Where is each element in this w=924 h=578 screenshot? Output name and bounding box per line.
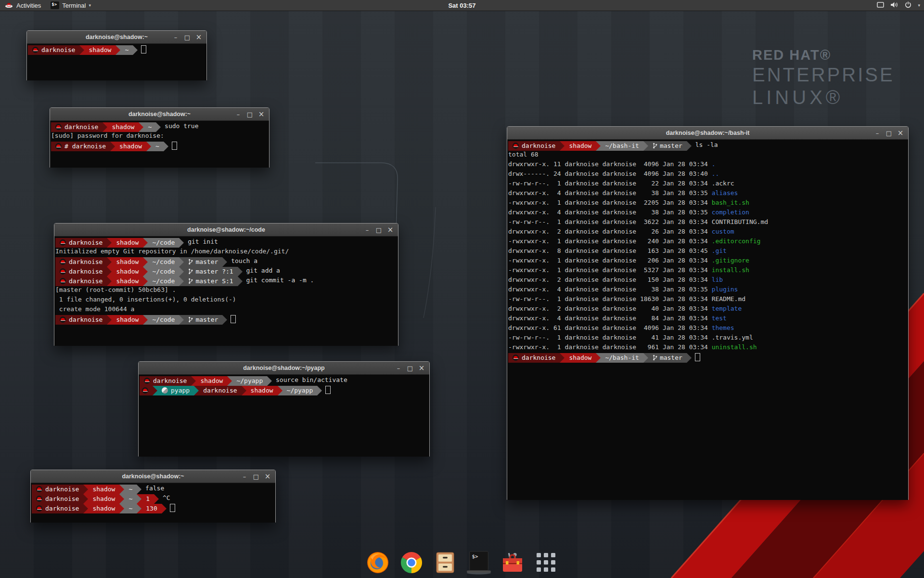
command-text: ^C [159, 494, 170, 501]
prompt-segment-text: shadow [116, 239, 139, 246]
window-titlebar[interactable]: darknoise@shadow:~/bash-it–□× [507, 127, 908, 140]
window-titlebar[interactable]: darknoise@shadow:~–□× [50, 108, 269, 121]
prompt-segment-text: shadow [89, 46, 111, 53]
prompt-segment-text: ~/code [152, 316, 175, 323]
powerline-arrow-icon [179, 276, 184, 286]
redhat-prompt-icon [60, 268, 66, 275]
powerline-arrow-icon [179, 315, 184, 325]
volume-icon[interactable] [890, 1, 898, 10]
minimize-button[interactable]: – [394, 363, 403, 373]
maximize-button[interactable]: □ [182, 32, 192, 42]
close-button[interactable]: × [194, 32, 204, 42]
powerline-arrow-icon [143, 267, 148, 276]
file-name: .editorconfig [712, 237, 761, 245]
close-button[interactable]: × [263, 472, 272, 481]
prompt-segment: ~ [120, 45, 133, 55]
powerline-arrow-icon [238, 267, 243, 276]
firefox-icon[interactable] [365, 549, 391, 576]
close-button[interactable]: × [896, 128, 905, 138]
powerline-arrow-icon [137, 485, 141, 494]
command-text: sudo true [161, 122, 198, 130]
maximize-button[interactable]: □ [374, 225, 384, 235]
terminal-line: drwx------. 24 darknoise darknoise 4096 … [508, 170, 907, 180]
terminal-line: -rw-rw-r--. 1 darknoise darknoise 18630 … [508, 295, 907, 305]
prompt-segment: ~ [124, 504, 137, 513]
powerline-arrow-icon [107, 238, 112, 248]
activities-button[interactable]: Activities [0, 0, 46, 11]
redhat-prompt-icon [513, 355, 519, 361]
close-button[interactable]: × [385, 225, 395, 235]
window-titlebar[interactable]: darknoise@shadow:~/pyapp–□× [139, 362, 429, 375]
window-titlebar[interactable]: darknoise@shadow:~/code–□× [54, 223, 398, 236]
powerline-arrow-icon [238, 276, 243, 286]
powerline-arrow-icon [83, 494, 88, 504]
prompt-segment-text: darknoise [41, 46, 75, 53]
terminal-content[interactable]: darknoiseshadow~ falsedarknoiseshadow~1 … [31, 483, 275, 523]
prompt-segment: ~ [124, 494, 137, 504]
maximize-button[interactable]: □ [245, 109, 255, 119]
prompt-segment: master ?:1 [184, 267, 237, 276]
file-meta: -rw-rw-r--. 1 darknoise darknoise 3622 J… [508, 218, 712, 225]
files-icon[interactable] [432, 549, 458, 576]
prompt-segment-text: master [195, 316, 218, 323]
terminal-content[interactable]: darknoiseshadow~/bash-itmaster ls -latot… [507, 140, 908, 500]
maximize-button[interactable]: □ [405, 363, 415, 373]
file-name: themes [712, 324, 734, 331]
prompt-segment: master S:1 [184, 276, 237, 286]
caret-down-icon[interactable]: ▾ [918, 3, 920, 8]
file-meta: drwxrwxr-x. 2 darknoise darknoise 150 Ja… [508, 276, 712, 283]
window-controls: –□× [362, 223, 395, 236]
file-name: .git [712, 247, 727, 254]
terminal-content[interactable]: darknoiseshadow~/code git initInitialize… [54, 236, 398, 346]
terminal-line: drwxrwxr-x. 4 darknoise darknoise 38 Jan… [508, 286, 907, 295]
screen-icon[interactable] [877, 2, 884, 9]
powerline-arrow-icon [119, 504, 124, 513]
powerline-arrow-icon [222, 315, 227, 325]
app-menu-button[interactable]: $> Terminal ▾ [46, 0, 96, 11]
svg-text:$>: $> [472, 553, 478, 559]
window-titlebar[interactable]: darknoise@shadow:~–□× [27, 31, 206, 44]
prompt-segment-text: ~ [128, 486, 132, 493]
minimize-button[interactable]: – [240, 472, 249, 481]
prompt-segment-text: shadow [251, 387, 273, 394]
prompt-segment: shadow [88, 504, 119, 513]
close-button[interactable]: × [257, 109, 266, 119]
terminal-content[interactable]: darknoiseshadow~ sudo true[sudo] passwor… [50, 121, 269, 168]
window-titlebar[interactable]: darknoise@shadow:~–□× [31, 470, 275, 483]
git-branch-icon [188, 268, 193, 275]
powerline-arrow-icon [119, 494, 124, 504]
terminal-line: create mode 100644 a [55, 305, 397, 315]
clock[interactable]: Sat 03:57 [448, 2, 475, 9]
prompt-segment: darknoise [28, 45, 79, 55]
prompt-segment-text: ~/code [152, 239, 175, 246]
close-button[interactable]: × [417, 363, 426, 373]
powerline-arrow-icon [560, 141, 565, 151]
minimize-button[interactable]: – [873, 128, 882, 138]
terminal-content[interactable]: darknoiseshadow~/pyapp source bin/activa… [139, 375, 429, 457]
terminal-line: drwxrwxr-x. 4 darknoise darknoise 38 Jan… [508, 209, 907, 218]
file-name: . [712, 160, 716, 168]
terminal-icon[interactable]: $> [466, 549, 492, 576]
prompt-segment-text: ~/pyapp [236, 377, 263, 384]
power-icon[interactable] [905, 1, 911, 10]
minimize-button[interactable]: – [233, 109, 243, 119]
minimize-button[interactable]: – [362, 225, 372, 235]
maximize-button[interactable]: □ [251, 472, 261, 481]
output-text: total 68 [508, 151, 539, 158]
chrome-icon[interactable] [398, 549, 424, 576]
maximize-button[interactable]: □ [884, 128, 894, 138]
file-name: .travis.yml [712, 334, 753, 341]
terminal-app-icon: $> [51, 1, 59, 9]
minimize-button[interactable]: – [171, 32, 180, 42]
toolbox-icon[interactable] [500, 549, 526, 576]
app-grid-icon[interactable] [533, 549, 559, 576]
window-title: darknoise@shadow:~ [128, 111, 191, 118]
terminal-line: -rwxrwxr-x. 1 darknoise darknoise 240 Ja… [508, 237, 907, 247]
file-meta: drwxrwxr-x. 8 darknoise darknoise 163 Ja… [508, 247, 712, 254]
command-text: ls -la [692, 141, 718, 148]
brand-line-3: LINUX® [752, 87, 895, 108]
terminal-content[interactable]: darknoiseshadow~ [27, 44, 206, 80]
file-meta: -rwxrwxr-x. 1 darknoise darknoise 206 Ja… [508, 257, 712, 264]
powerline-arrow-icon [560, 353, 565, 363]
prompt-segment: ~/code [148, 315, 179, 325]
